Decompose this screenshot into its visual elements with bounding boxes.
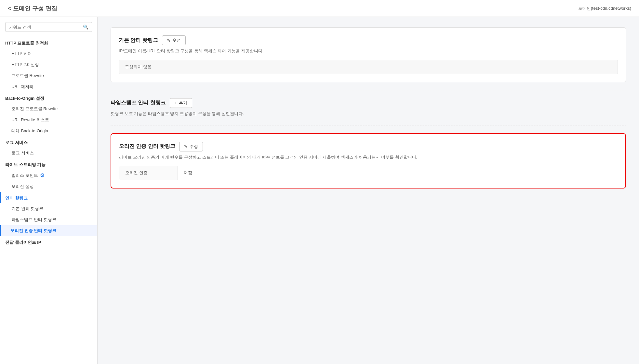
edit-button-origin-auth[interactable]: ✎ 수정 (179, 142, 203, 151)
edit-icon-origin-auth: ✎ (184, 144, 188, 149)
origin-auth-table: 오리진 인증 꺼짐 (119, 166, 618, 180)
gear-icon: ⚙ (40, 172, 45, 178)
edit-icon-basic: ✎ (167, 38, 170, 43)
section-origin-auth-anti-hotlink: 오리진 인증 안티 핫링크 ✎ 수정 라이브 오리진 인증의 매개 변수를 구성… (111, 133, 626, 189)
content-area: 기본 안티 핫링크 ✎ 수정 IP/도메인 이름/URL 안티 핫링크 구성을 … (98, 17, 639, 364)
edit-label-origin-auth: 수정 (190, 144, 198, 150)
top-header: < 도메인 구성 편집 도메인(test-cdn.cdnetworks) (0, 0, 639, 17)
section-desc-basic: IP/도메인 이름/URL 안티 핫링크 구성을 통해 액세스 제어 기능을 제… (119, 48, 618, 55)
search-input-wrap: 🔍 (5, 22, 92, 32)
section-timestamp-anti-hotlink: 타임스탬프 안티-핫링크 + 추가 핫링크 보호 기능은 타임스탬프 방지 도용… (111, 98, 626, 117)
section-header-origin-auth: 오리진 인증 안티 핫링크 ✎ 수정 (119, 142, 618, 151)
section-title-timestamp: 타임스탬프 안티-핫링크 (111, 99, 166, 106)
main-layout: 🔍 HTTP 프로토콜 최적화 HTTP 헤더 HTTP 2.0 설정 프로토콜… (0, 17, 639, 364)
search-input[interactable] (9, 25, 80, 30)
sidebar-item-http2[interactable]: HTTP 2.0 설정 (0, 59, 97, 70)
add-button-timestamp[interactable]: + 추가 (170, 98, 193, 108)
back-button[interactable]: < 도메인 구성 편집 (8, 5, 57, 12)
group-label-http: HTTP 프로토콜 최적화 (0, 37, 97, 48)
section-header-basic: 기본 안티 핫링크 ✎ 수정 (119, 35, 618, 45)
sidebar-item-release-point[interactable]: 릴리스 포인트 ⚙ (0, 170, 97, 181)
table-cell-value: 꺼짐 (178, 166, 618, 180)
add-icon-timestamp: + (175, 100, 177, 105)
add-label-timestamp: 추가 (179, 100, 187, 106)
sidebar-item-alt-back-to-origin[interactable]: 대체 Back-to-Origin (0, 125, 97, 136)
section-desc-origin-auth: 라이브 오리진 인증의 매개 변수를 구성하고 스트리머 또는 플레이어의 매개… (119, 154, 618, 161)
section-basic-anti-hotlink: 기본 안티 핫링크 ✎ 수정 IP/도메인 이름/URL 안티 핫링크 구성을 … (111, 27, 626, 82)
edit-button-basic[interactable]: ✎ 수정 (162, 35, 186, 45)
sidebar-item-timestamp-anti-hotlink[interactable]: 타임스탬프 안티-핫링크 (0, 214, 97, 225)
search-box: 🔍 (0, 22, 97, 37)
group-label-livestream: 라이브 스트리밍 기능 (0, 159, 97, 170)
sidebar-item-log-service[interactable]: 로그 서비스 (0, 148, 97, 159)
release-point-label: 릴리스 포인트 (11, 173, 38, 178)
section-desc-timestamp: 핫링크 보호 기능은 타임스탬프 방지 도용방지 구성을 통해 실현됩니다. (111, 110, 626, 117)
group-label-client-ip: 전달 클라이언트 IP (0, 236, 97, 247)
sidebar-item-origin-auth-anti-hotlink[interactable]: 오리진 인증 안티 핫링크 (0, 225, 97, 236)
sidebar-item-protocol-rewrite[interactable]: 프로토콜 Rewrite (0, 70, 97, 81)
group-label-back-to-origin: Back-to-Origin 설정 (0, 92, 97, 103)
table-cell-label: 오리진 인증 (119, 166, 178, 180)
sidebar-item-origin-protocol-rewrite[interactable]: 오리진 프로토콜 Rewrite (0, 103, 97, 114)
divider-1 (111, 90, 626, 90)
sidebar-item-origin-settings[interactable]: 오리진 설정 (0, 181, 97, 192)
section-header-timestamp: 타임스탬프 안티-핫링크 + 추가 (111, 98, 626, 108)
search-icon[interactable]: 🔍 (83, 24, 88, 30)
sidebar: 🔍 HTTP 프로토콜 최적화 HTTP 헤더 HTTP 2.0 설정 프로토콜… (0, 17, 98, 364)
group-label-anti-hotlink: 안티 핫링크 (0, 192, 97, 203)
sidebar-item-http-header[interactable]: HTTP 헤더 (0, 48, 97, 59)
not-configured-basic: 구성되지 않음 (119, 60, 618, 74)
table-row: 오리진 인증 꺼짐 (119, 166, 618, 180)
sidebar-item-url-reprocess[interactable]: URL 재처리 (0, 81, 97, 92)
sidebar-item-url-rewrite-list[interactable]: URL Rewrite 리스트 (0, 114, 97, 125)
divider-2 (111, 125, 626, 125)
sidebar-item-basic-anti-hotlink[interactable]: 기본 안티 핫링크 (0, 203, 97, 214)
edit-label-basic: 수정 (172, 37, 181, 43)
domain-label: 도메인(test-cdn.cdnetworks) (578, 6, 631, 11)
section-title-basic: 기본 안티 핫링크 (119, 37, 158, 44)
header-left: < 도메인 구성 편집 (8, 5, 57, 12)
group-label-log: 로그 서비스 (0, 136, 97, 148)
section-title-origin-auth: 오리진 인증 안티 핫링크 (119, 143, 175, 150)
